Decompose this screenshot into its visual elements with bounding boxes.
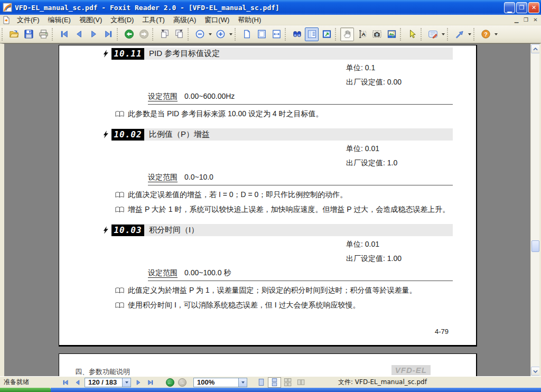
save-icon <box>24 29 34 39</box>
next-page-icon <box>89 29 99 39</box>
drawing-arrow-button[interactable] <box>452 27 466 41</box>
menu-document[interactable]: 文档(D) <box>106 14 138 26</box>
find-button[interactable] <box>290 27 304 41</box>
last-page-button[interactable] <box>101 27 115 41</box>
toolbar-grip[interactable] <box>447 28 451 41</box>
scrollbar-thumb[interactable] <box>531 240 539 252</box>
toolbar-grip[interactable] <box>188 28 191 41</box>
toolbar-grip[interactable] <box>421 28 424 41</box>
print-icon <box>39 29 49 39</box>
prev-view-button[interactable] <box>157 27 171 41</box>
close-button[interactable]: ✕ <box>528 2 539 13</box>
param-section-10-03: 10.03 积分时间（I） 单位: 0.01 出厂设定值: 1.00 设定范围0… <box>59 224 476 311</box>
restore-button[interactable]: ❐ <box>516 2 527 13</box>
status-bar: 准备就绪 120 / 183 ← → 100% 文件: VFD-EL_manua… <box>0 376 541 388</box>
status-back-button[interactable]: ← <box>164 378 176 387</box>
page-combo-dropdown[interactable] <box>122 378 130 387</box>
child-restore-button[interactable]: ❐ <box>521 16 530 24</box>
open-button[interactable] <box>7 27 21 41</box>
document-area: 10.11 PID 参考目标值设定 单位: 0.1 出厂设定值: 0.00 设定… <box>0 43 541 376</box>
zoom-out-button[interactable] <box>193 27 207 41</box>
first-page-button[interactable] <box>57 27 71 41</box>
param-unit: 单位: 0.01 <box>346 240 476 249</box>
next-view-button[interactable] <box>172 27 186 41</box>
minimize-button[interactable]: ▁ <box>504 2 515 13</box>
toolbar-grip[interactable] <box>117 28 120 41</box>
zoom-combo-dropdown[interactable] <box>238 378 247 387</box>
book-icon <box>115 302 124 309</box>
note-tool-icon <box>428 29 438 39</box>
svg-text:?: ? <box>484 31 488 38</box>
page-number-value[interactable]: 120 / 183 <box>85 378 122 386</box>
single-page-layout-button[interactable] <box>255 377 268 388</box>
fit-page-button[interactable] <box>255 27 268 41</box>
forward-icon <box>139 29 149 39</box>
status-first-page-button[interactable] <box>59 378 71 387</box>
menu-window[interactable]: 窗口(W) <box>200 14 234 26</box>
status-prev-page-button[interactable] <box>71 378 83 387</box>
image-tool-button[interactable] <box>385 27 398 41</box>
toolbar-grip[interactable] <box>235 28 238 41</box>
select-annotation-button[interactable] <box>405 27 419 41</box>
facing-layout-button[interactable] <box>294 377 307 388</box>
toolbar-grip[interactable] <box>335 28 339 41</box>
hand-tool-button[interactable] <box>340 27 354 41</box>
fit-width-button[interactable] <box>269 27 283 41</box>
range-label: 设定范围 <box>148 268 178 278</box>
note-tool-button[interactable] <box>426 27 440 41</box>
run-adjustable-icon <box>103 50 111 58</box>
status-last-page-button[interactable] <box>144 378 156 387</box>
toolbar-grip[interactable] <box>152 28 156 41</box>
continuous-layout-button[interactable] <box>268 377 281 388</box>
menu-file[interactable]: 文件(F) <box>13 14 44 26</box>
menu-edit[interactable]: 编辑(E) <box>44 14 75 26</box>
toolbar-grip[interactable] <box>285 28 288 41</box>
save-button[interactable] <box>22 27 35 41</box>
zoom-out-dropdown[interactable] <box>207 27 213 41</box>
zoom-level-value[interactable]: 100% <box>194 378 238 386</box>
child-close-button[interactable]: ✕ <box>531 16 540 24</box>
zoom-in-dropdown[interactable] <box>228 27 234 41</box>
prev-page-button[interactable] <box>72 27 86 41</box>
menu-view[interactable]: 视图(V) <box>75 14 106 26</box>
bookmarks-panel-button[interactable] <box>305 27 319 41</box>
drawing-arrow-dropdown[interactable] <box>467 27 472 41</box>
status-ready-text: 准备就绪 <box>0 378 59 387</box>
toolbar-grip[interactable] <box>2 28 5 41</box>
scroll-down-button[interactable] <box>531 367 540 376</box>
vertical-scrollbar[interactable] <box>530 44 539 376</box>
status-forward-button[interactable]: → <box>176 378 188 387</box>
scroll-up-button[interactable] <box>531 44 540 53</box>
first-page-icon <box>59 29 69 39</box>
menu-tools[interactable]: 工具(T) <box>138 14 169 26</box>
print-button[interactable] <box>36 27 50 41</box>
zoom-in-button[interactable] <box>213 27 227 41</box>
param-default: 出厂设定值: 1.00 <box>346 254 476 264</box>
menu-help[interactable]: 帮助(H) <box>234 14 265 26</box>
help-button[interactable]: ? <box>479 27 492 41</box>
run-adjustable-icon <box>103 226 111 234</box>
toolbar-grip[interactable] <box>52 28 55 41</box>
status-next-page-button[interactable] <box>132 378 144 387</box>
help-dropdown[interactable] <box>493 27 499 41</box>
param-code-display: 10.11 <box>111 48 144 60</box>
note-tool-dropdown[interactable] <box>440 27 446 41</box>
snapshot-button[interactable] <box>370 27 384 41</box>
actual-size-button[interactable] <box>240 27 254 41</box>
toolbar-grip[interactable] <box>400 28 404 41</box>
menu-advanced[interactable]: 高级(A) <box>169 14 200 26</box>
zoom-level-combo[interactable]: 100% <box>193 378 247 387</box>
find-icon <box>292 29 302 39</box>
child-minimize-button[interactable]: ▁ <box>512 16 521 24</box>
toolbar-grip[interactable] <box>473 28 477 41</box>
book-icon <box>115 207 124 213</box>
start-button-fragment[interactable] <box>0 388 51 392</box>
select-text-button[interactable]: A <box>355 27 369 41</box>
page-number-combo[interactable]: 120 / 183 <box>85 378 131 387</box>
fullscreen-button[interactable] <box>320 27 333 41</box>
continuous-facing-icon <box>284 378 292 386</box>
go-forward-button[interactable] <box>137 27 151 41</box>
next-page-button[interactable] <box>87 27 100 41</box>
go-back-button[interactable] <box>122 27 136 41</box>
continuous-facing-layout-button[interactable] <box>281 377 294 388</box>
